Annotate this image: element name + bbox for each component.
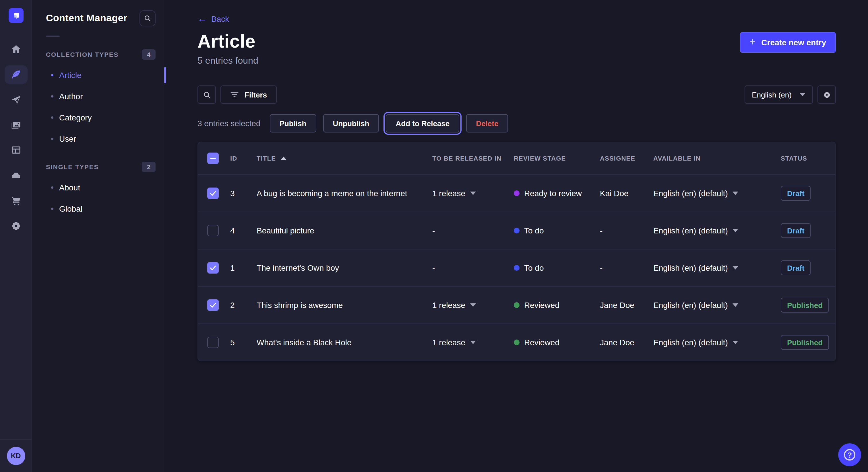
cell-release[interactable]: 1 release [432,189,514,198]
sidebar-item-article[interactable]: Article [32,64,165,86]
stage-dot-icon [514,339,520,345]
sidebar-item-author[interactable]: Author [32,86,165,107]
row-checkbox[interactable] [207,299,219,311]
sidebar-item-label: Author [59,92,83,101]
cell-title: Beautiful picture [257,226,432,235]
delete-button[interactable]: Delete [466,114,508,133]
table-row[interactable]: 3A bug is becoming a meme on the interne… [198,174,835,212]
home-icon[interactable] [4,40,27,59]
cloud-icon[interactable] [4,166,27,185]
column-header-assignee[interactable]: ASSIGNEE [600,155,653,162]
unpublish-button[interactable]: Unpublish [323,114,379,133]
releases-send-icon[interactable] [4,91,27,109]
column-header-to-be-released-in[interactable]: TO BE RELEASED IN [432,155,514,162]
nav-section-count-badge: 4 [142,49,156,60]
nav-section-label: COLLECTION TYPES [46,51,119,58]
cell-title: What's inside a Black Hole [257,338,432,347]
sidebar-item-label: About [59,183,80,192]
media-library-icon[interactable] [4,116,27,134]
back-arrow-icon: ← [197,14,207,24]
cell-review-stage: To do [514,263,600,272]
subnav-title: Content Manager [46,12,127,24]
marketplace-cart-icon[interactable] [4,192,27,210]
row-checkbox[interactable] [207,262,219,274]
chevron-down-icon [733,266,738,270]
cell-available-in[interactable]: English (en) (default) [653,189,781,198]
chevron-down-icon [733,229,738,232]
settings-gear-icon[interactable] [4,217,27,235]
filters-button[interactable]: Filters [220,86,277,104]
sidebar-item-label: Article [59,70,82,79]
bullet-icon [51,95,53,97]
main-content: ← Back Article 5 entries found + Create … [165,0,868,472]
create-new-entry-button[interactable]: + Create new entry [740,32,836,53]
sort-ascending-icon [280,157,286,160]
cell-assignee: Jane Doe [600,301,653,310]
question-mark-icon: ? [844,449,856,461]
user-avatar[interactable]: KD [7,447,25,465]
cell-release[interactable]: 1 release [432,338,514,347]
chevron-down-icon [733,192,738,195]
strapi-logo[interactable] [8,8,23,23]
sidebar-item-global[interactable]: Global [32,198,165,219]
column-header-available-in[interactable]: AVAILABLE IN [653,155,781,162]
subnav-divider [46,36,60,37]
status-badge: Draft [781,260,811,275]
plus-icon: + [749,37,755,47]
cell-available-in[interactable]: English (en) (default) [653,263,781,272]
sidebar-item-label: User [59,134,76,143]
content-manager-subnav: Content Manager COLLECTION TYPES4Article… [32,0,165,472]
table-row[interactable]: 4Beautiful picture-To do-English (en) (d… [198,212,835,249]
back-link[interactable]: ← Back [197,14,229,24]
table-row[interactable]: 5What's inside a Black Hole1 releaseRevi… [198,324,835,361]
stage-dot-icon [514,228,520,233]
chevron-down-icon [470,303,476,307]
bullet-icon [51,207,53,210]
sidebar-item-label: Category [59,113,92,122]
sidebar-item-category[interactable]: Category [32,107,165,128]
cell-available-in[interactable]: English (en) (default) [653,301,781,310]
cell-release: - [432,263,514,272]
cell-assignee: Kai Doe [600,189,653,198]
cell-assignee: Jane Doe [600,338,653,347]
column-header-status[interactable]: STATUS [781,155,835,162]
status-badge: Draft [781,186,811,201]
cell-review-stage: To do [514,226,600,235]
column-header-id[interactable]: ID [230,155,257,162]
column-header-review-stage[interactable]: REVIEW STAGE [514,155,600,162]
view-settings-gear-icon[interactable] [817,86,836,104]
selection-bar: 3 entries selected Publish Unpublish Add… [197,114,836,133]
sidebar-item-label: Global [59,204,82,213]
table-row[interactable]: 1The internet's Own boy-To do-English (e… [198,249,835,286]
search-icon[interactable] [197,86,216,104]
content-type-builder-icon[interactable] [4,141,27,160]
bullet-icon [51,137,53,140]
cell-available-in[interactable]: English (en) (default) [653,226,781,235]
cell-id: 1 [230,263,257,272]
help-button[interactable]: ? [838,443,861,466]
cell-release: - [432,226,514,235]
nav-section-count-badge: 2 [142,162,156,172]
cell-id: 2 [230,301,257,310]
cell-available-in[interactable]: English (en) (default) [653,338,781,347]
sidebar-item-user[interactable]: User [32,128,165,149]
row-checkbox[interactable] [207,225,219,236]
search-icon[interactable] [140,10,156,26]
row-checkbox[interactable] [207,337,219,348]
select-all-checkbox[interactable] [207,153,219,164]
content-manager-feather-icon[interactable] [4,65,27,84]
table-row[interactable]: 2This shrimp is awesome1 releaseReviewed… [198,286,835,324]
publish-button[interactable]: Publish [270,114,316,133]
add-to-release-button[interactable]: Add to Release [386,114,459,133]
sidebar-item-about[interactable]: About [32,177,165,198]
stage-dot-icon [514,265,520,271]
column-header-title[interactable]: TITLE [257,155,432,162]
cell-release[interactable]: 1 release [432,301,514,310]
cell-review-stage: Ready to review [514,189,600,198]
bullet-icon [51,74,53,76]
cell-title: A bug is becoming a meme on the internet [257,189,432,198]
entries-count: 5 entries found [197,56,836,66]
locale-select[interactable]: English (en) [744,86,813,104]
chevron-down-icon [800,93,805,96]
row-checkbox[interactable] [207,188,219,199]
